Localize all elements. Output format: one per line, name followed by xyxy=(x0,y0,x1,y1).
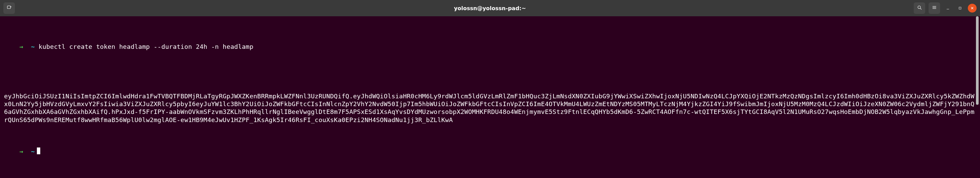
close-icon xyxy=(970,5,974,11)
svg-point-1 xyxy=(918,6,921,8)
prompt-path-2: ~ xyxy=(31,148,35,155)
window-title: yolossn@yolossn-pad:~ xyxy=(0,5,980,11)
prompt-arrow: → xyxy=(19,43,23,50)
prompt-line-1: → ~ kubectl create token headlamp --dura… xyxy=(4,35,976,59)
close-button[interactable] xyxy=(968,4,977,13)
titlebar-left-group xyxy=(3,2,15,14)
search-button[interactable] xyxy=(914,2,925,14)
minimize-button[interactable] xyxy=(943,4,952,13)
terminal-cursor xyxy=(37,148,40,154)
titlebar-right-group xyxy=(914,2,977,14)
new-tab-button[interactable] xyxy=(3,2,15,14)
svg-line-2 xyxy=(921,8,921,10)
prompt-arrow-2: → xyxy=(19,148,23,155)
window-titlebar: yolossn@yolossn-pad:~ xyxy=(0,0,980,16)
svg-rect-7 xyxy=(959,7,961,9)
scrollbar-thumb[interactable] xyxy=(976,16,978,105)
maximize-button[interactable] xyxy=(956,4,964,13)
search-icon xyxy=(917,5,922,11)
terminal-area[interactable]: → ~ kubectl create token headlamp --dura… xyxy=(0,16,980,178)
new-tab-icon xyxy=(6,5,12,11)
prompt-line-2: → ~ xyxy=(4,140,976,163)
svg-rect-0 xyxy=(8,6,11,8)
minimize-icon xyxy=(946,5,950,11)
hamburger-menu-button[interactable] xyxy=(929,2,940,14)
maximize-icon xyxy=(958,5,962,11)
command-text: kubectl create token headlamp --duration… xyxy=(38,43,253,50)
command-output: eyJhbGciOiJSUzI1NiIsImtpZCI6ImlwdHdra1Fw… xyxy=(4,92,976,124)
hamburger-menu-icon xyxy=(932,5,937,11)
scrollbar-track[interactable] xyxy=(975,16,979,177)
prompt-path: ~ xyxy=(31,43,35,50)
